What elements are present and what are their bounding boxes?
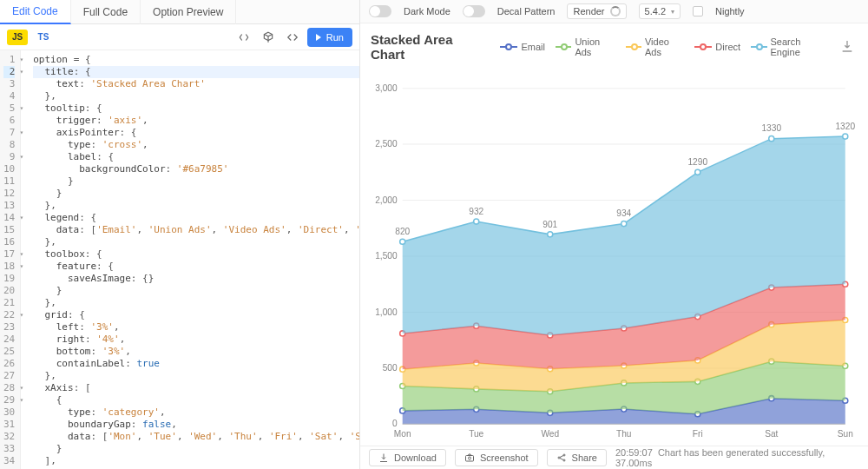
play-icon [316,34,321,41]
nightly-checkbox[interactable] [693,6,703,17]
svg-point-44 [548,232,553,237]
svg-text:500: 500 [383,363,398,373]
svg-text:Wed: Wed [541,429,559,439]
code-editor[interactable]: 1234567891011121314151617181920212223242… [0,50,359,469]
svg-text:901: 901 [542,220,557,229]
svg-text:Mon: Mon [394,429,411,439]
legend-marker-icon [626,43,641,51]
svg-text:1330: 1330 [761,123,781,133]
tab-full-code[interactable]: Full Code [71,0,141,24]
decal-label: Decal Pattern [497,6,556,17]
svg-point-47 [769,136,774,142]
preview-footer: Download Screenshot Share 20:59:07 Chart… [360,446,868,469]
code-icon[interactable] [283,28,302,47]
svg-text:Fri: Fri [693,429,703,439]
svg-text:Sat: Sat [765,429,778,439]
lang-js-button[interactable]: JS [7,30,28,45]
svg-point-43 [474,219,479,224]
svg-point-66 [558,457,560,459]
legend-marker-icon [694,43,712,51]
svg-text:932: 932 [469,207,483,216]
svg-text:1320: 1320 [835,122,855,131]
legend-label: Email [521,42,545,52]
svg-point-46 [695,169,700,175]
screenshot-button[interactable]: Screenshot [455,449,538,466]
svg-point-68 [563,459,565,461]
share-button[interactable]: Share [547,449,607,466]
legend-item[interactable]: Video Ads [626,36,685,57]
svg-text:Tue: Tue [469,429,483,439]
svg-text:Sun: Sun [838,429,853,439]
legend-label: Direct [715,42,740,52]
dark-mode-label: Dark Mode [404,6,450,17]
svg-point-42 [400,239,405,244]
svg-point-45 [621,221,627,227]
legend-item[interactable]: Direct [694,42,740,52]
svg-point-48 [843,134,848,139]
legend-marker-icon [751,43,766,51]
svg-text:1,000: 1,000 [375,307,398,317]
spinner-icon [610,6,621,17]
legend-item[interactable]: Search Engine [751,36,828,57]
status-text: 20:59:07 Chart has been generated succes… [615,447,859,468]
editor-tabs: Edit Code Full Code Option Preview [0,0,359,24]
save-image-icon[interactable] [840,39,854,56]
decal-toggle[interactable] [463,5,485,17]
legend-label: Search Engine [771,36,829,57]
renderer-select[interactable]: Render [567,3,626,19]
lang-ts-button[interactable]: TS [33,30,54,45]
chart-canvas[interactable]: 05001,0001,5002,0002,5003,00082093290193… [364,63,858,446]
chart-header: Stacked Area Chart EmailUnion AdsVideo A… [364,29,858,63]
svg-text:2,000: 2,000 [375,195,398,205]
chart-legend: EmailUnion AdsVideo AdsDirectSearch Engi… [500,36,828,57]
legend-marker-icon [500,43,517,51]
download-button[interactable]: Download [369,449,446,466]
svg-text:2,500: 2,500 [375,139,398,149]
svg-text:3,000: 3,000 [375,83,398,93]
editor-subbar: JS TS Run [0,24,359,50]
preview-toolbar: Dark Mode Decal Pattern Render 5.4.2 ▾ N… [360,0,868,23]
legend-item[interactable]: Union Ads [556,36,615,57]
tab-edit-code[interactable]: Edit Code [0,0,71,24]
svg-point-67 [563,454,565,456]
svg-text:Thu: Thu [616,429,632,439]
chevron-down-icon: ▾ [671,8,674,16]
svg-text:934: 934 [616,208,631,218]
svg-rect-64 [465,455,473,461]
legend-marker-icon [556,43,571,51]
svg-text:1290: 1290 [687,157,707,167]
legend-label: Video Ads [645,36,684,57]
svg-text:1,500: 1,500 [375,251,398,261]
dark-mode-toggle[interactable] [369,5,391,17]
svg-text:0: 0 [392,419,398,428]
svg-text:820: 820 [395,227,410,236]
format-icon[interactable] [234,28,253,47]
tab-option-preview[interactable]: Option Preview [141,0,236,24]
legend-label: Union Ads [575,36,615,57]
svg-point-65 [468,457,470,459]
run-button[interactable]: Run [307,28,352,47]
cube-icon[interactable] [259,28,278,47]
nightly-label: Nightly [715,6,745,17]
version-select[interactable]: 5.4.2 ▾ [639,3,681,19]
chart-title: Stacked Area Chart [371,32,484,62]
legend-item[interactable]: Email [500,42,545,52]
